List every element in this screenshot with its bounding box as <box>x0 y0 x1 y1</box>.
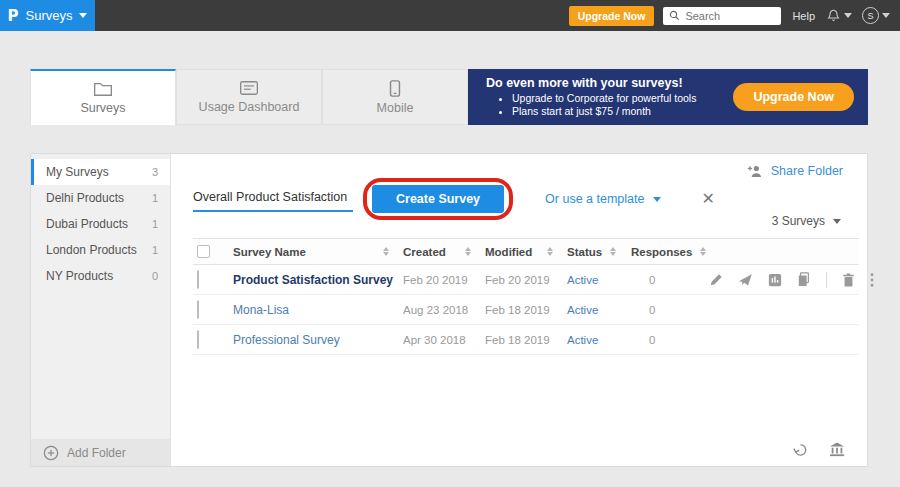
more-options-icon[interactable] <box>870 273 874 287</box>
delete-icon[interactable] <box>842 273 855 287</box>
use-template-link[interactable]: Or use a template <box>545 192 661 206</box>
table-row-professional-survey: Professional Survey Apr 30 2018 Feb 18 2… <box>193 325 859 355</box>
row-checkbox[interactable] <box>197 330 199 349</box>
sort-icon[interactable] <box>383 247 389 256</box>
folder-name: Dubai Products <box>46 217 128 231</box>
status-badge[interactable]: Active <box>567 274 631 286</box>
chevron-down-icon <box>79 13 87 18</box>
bell-icon <box>826 8 841 23</box>
folder-name: London Products <box>46 243 137 257</box>
create-survey-button[interactable]: Create Survey <box>372 185 504 213</box>
banner-upgrade-button[interactable]: Upgrade Now <box>733 83 854 111</box>
surveys-table: Survey Name Created Modified Status <box>193 238 859 355</box>
survey-name-link[interactable]: Product Satisfaction Survey <box>233 273 403 287</box>
folder-count: 1 <box>152 218 158 230</box>
chevron-down-icon <box>833 219 841 224</box>
row-checkbox[interactable] <box>197 270 199 289</box>
tab-surveys[interactable]: Surveys <box>30 69 176 125</box>
status-badge[interactable]: Active <box>567 304 631 316</box>
account-menu[interactable]: S <box>862 7 890 24</box>
created-date: Feb 20 2019 <box>403 274 485 286</box>
reports-icon[interactable] <box>768 273 782 287</box>
column-header-modified[interactable]: Modified <box>485 246 567 258</box>
select-all-checkbox[interactable] <box>197 245 210 258</box>
sidebar-item-delhi-products[interactable]: Delhi Products 1 <box>31 185 170 211</box>
survey-name-link[interactable]: Professional Survey <box>233 333 403 347</box>
upgrade-banner: Do even more with your surveys! Upgrade … <box>468 69 868 125</box>
sort-icon[interactable] <box>700 247 706 256</box>
column-header-status[interactable]: Status <box>567 246 631 258</box>
send-icon[interactable] <box>738 273 753 287</box>
product-switcher[interactable]: P Surveys <box>0 0 95 31</box>
close-icon[interactable]: ✕ <box>701 191 714 207</box>
mobile-icon <box>389 80 401 97</box>
column-header-survey-name[interactable]: Survey Name <box>233 246 403 258</box>
tab-label: Surveys <box>80 101 125 115</box>
tab-mobile[interactable]: Mobile <box>322 69 468 125</box>
product-name: Surveys <box>26 8 73 23</box>
folder-name: My Surveys <box>46 165 109 179</box>
column-header-created[interactable]: Created <box>403 246 485 258</box>
annotation-highlight-ring: Create Survey <box>363 178 513 220</box>
create-survey-row: Create Survey Or use a template ✕ <box>193 178 715 220</box>
folder-name: Delhi Products <box>46 191 124 205</box>
edit-icon[interactable] <box>709 273 723 287</box>
row-actions <box>709 272 880 288</box>
sidebar-item-london-products[interactable]: London Products 1 <box>31 237 170 263</box>
banner-bullet: Plans start at just $75 / month <box>512 105 733 118</box>
tab-usage-dashboard[interactable]: Usage Dashboard <box>176 69 322 125</box>
section-tabs: Surveys Usage Dashboard Mobile <box>30 69 468 125</box>
restore-icon[interactable] <box>792 443 809 456</box>
folder-name: NY Products <box>46 269 113 283</box>
add-folder-label: Add Folder <box>67 446 126 460</box>
status-badge[interactable]: Active <box>567 334 631 346</box>
banner-title: Do even more with your surveys! <box>486 76 733 90</box>
surveys-count-label: 3 Surveys <box>772 214 825 228</box>
survey-name-link[interactable]: Mona-Lisa <box>233 303 403 317</box>
chevron-down-icon <box>844 13 852 18</box>
share-folder-label: Share Folder <box>771 164 843 178</box>
survey-list-area: Share Folder Create Survey Or use a temp… <box>171 154 867 466</box>
folders-sidebar: My Surveys 3 Delhi Products 1 Dubai Prod… <box>31 154 171 466</box>
sort-icon[interactable] <box>610 247 616 256</box>
modified-date: Feb 20 2019 <box>485 274 567 286</box>
row-checkbox[interactable] <box>197 300 199 319</box>
modified-date: Feb 18 2019 <box>485 304 567 316</box>
add-folder-button[interactable]: Add Folder <box>31 439 170 466</box>
actions-divider <box>826 272 827 288</box>
copy-icon[interactable] <box>797 272 811 287</box>
responses-count: 0 <box>631 304 709 316</box>
search-input[interactable] <box>685 10 775 22</box>
survey-name-input[interactable] <box>193 190 353 204</box>
table-row-product-satisfaction-survey: Product Satisfaction Survey Feb 20 2019 … <box>193 265 859 295</box>
column-header-responses[interactable]: Responses <box>631 246 709 258</box>
tab-label: Mobile <box>377 101 414 115</box>
folder-count: 1 <box>152 244 158 256</box>
sort-icon[interactable] <box>547 247 553 256</box>
sidebar-item-dubai-products[interactable]: Dubai Products 1 <box>31 211 170 237</box>
footer-actions <box>792 442 845 457</box>
chevron-down-icon <box>653 197 661 202</box>
responses-count: 0 <box>631 334 709 346</box>
sidebar-item-ny-products[interactable]: NY Products 0 <box>31 263 170 289</box>
dashboard-icon <box>239 80 259 96</box>
created-date: Aug 23 2018 <box>403 304 485 316</box>
surveys-count-dropdown[interactable]: 3 Surveys <box>772 214 841 228</box>
brand-logo-icon: P <box>8 7 19 25</box>
plus-circle-icon <box>43 445 59 461</box>
global-search[interactable] <box>663 7 781 25</box>
sort-icon[interactable] <box>465 247 471 256</box>
folder-count: 1 <box>152 192 158 204</box>
upgrade-now-button[interactable]: Upgrade Now <box>569 6 655 26</box>
sidebar-item-my-surveys[interactable]: My Surveys 3 <box>31 159 170 185</box>
share-folder-button[interactable]: Share Folder <box>747 164 843 178</box>
notifications-menu[interactable] <box>826 8 852 23</box>
banner-text: Do even more with your surveys! Upgrade … <box>486 76 733 118</box>
surveys-app-page: P Surveys Upgrade Now Help S <box>0 0 900 487</box>
folder-count: 0 <box>152 270 158 282</box>
use-template-label: Or use a template <box>545 192 644 206</box>
archive-bank-icon[interactable] <box>829 442 845 457</box>
table-row-mona-lisa: Mona-Lisa Aug 23 2018 Feb 18 2019 Active… <box>193 295 859 325</box>
help-link[interactable]: Help <box>792 10 815 22</box>
table-header-row: Survey Name Created Modified Status <box>193 238 859 265</box>
